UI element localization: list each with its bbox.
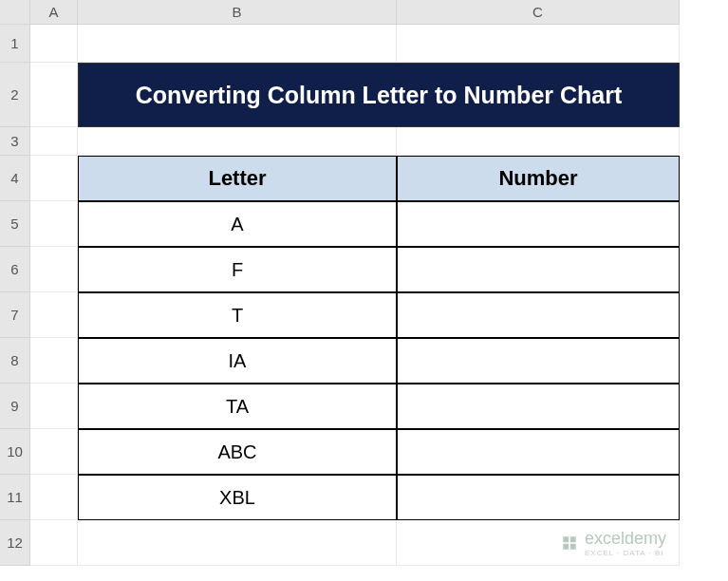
row-header-3[interactable]: 3 <box>0 127 30 156</box>
cell-a6[interactable] <box>30 247 78 292</box>
cell-b3[interactable] <box>78 127 397 156</box>
watermark: exceldemy EXCEL · DATA · BI <box>560 529 666 557</box>
spreadsheet-grid: A B C 1 2 Converting Column Letter to Nu… <box>0 0 728 566</box>
row-header-11[interactable]: 11 <box>0 475 30 520</box>
row-header-12[interactable]: 12 <box>0 520 30 566</box>
cell-a5[interactable] <box>30 201 78 247</box>
cell-a4[interactable] <box>30 156 78 201</box>
row-header-1[interactable]: 1 <box>0 25 30 63</box>
row-header-7[interactable]: 7 <box>0 292 30 338</box>
cell-b12[interactable] <box>78 520 397 566</box>
table-row[interactable] <box>397 247 680 292</box>
table-row[interactable]: XBL <box>78 475 397 520</box>
table-row[interactable]: ABC <box>78 429 397 475</box>
cell-a10[interactable] <box>30 429 78 475</box>
watermark-sub: EXCEL · DATA · BI <box>585 549 666 557</box>
row-header-6[interactable]: 6 <box>0 247 30 292</box>
row-header-9[interactable]: 9 <box>0 384 30 429</box>
cell-b1[interactable] <box>78 25 397 63</box>
table-row[interactable]: IA <box>78 338 397 384</box>
column-header-c[interactable]: C <box>397 0 680 25</box>
table-row[interactable]: A <box>78 201 397 247</box>
table-row[interactable]: TA <box>78 384 397 429</box>
table-row[interactable] <box>397 475 680 520</box>
cell-a8[interactable] <box>30 338 78 384</box>
table-row[interactable] <box>397 292 680 338</box>
watermark-name: exceldemy <box>585 529 666 548</box>
table-row[interactable] <box>397 338 680 384</box>
logo-icon <box>560 534 579 553</box>
row-header-8[interactable]: 8 <box>0 338 30 384</box>
cell-a2[interactable] <box>30 63 78 127</box>
table-row[interactable] <box>397 384 680 429</box>
column-header-a[interactable]: A <box>30 0 78 25</box>
row-header-2[interactable]: 2 <box>0 63 30 127</box>
table-row[interactable]: F <box>78 247 397 292</box>
row-header-10[interactable]: 10 <box>0 429 30 475</box>
cell-c1[interactable] <box>397 25 680 63</box>
row-header-5[interactable]: 5 <box>0 201 30 247</box>
cell-a3[interactable] <box>30 127 78 156</box>
column-header-b[interactable]: B <box>78 0 397 25</box>
table-row[interactable]: T <box>78 292 397 338</box>
cell-a7[interactable] <box>30 292 78 338</box>
select-all-corner[interactable] <box>0 0 30 25</box>
table-header-letter[interactable]: Letter <box>78 156 397 201</box>
cell-a1[interactable] <box>30 25 78 63</box>
cell-a11[interactable] <box>30 475 78 520</box>
table-row[interactable] <box>397 201 680 247</box>
title-cell[interactable]: Converting Column Letter to Number Chart <box>78 63 680 127</box>
cell-a9[interactable] <box>30 384 78 429</box>
row-header-4[interactable]: 4 <box>0 156 30 201</box>
table-row[interactable] <box>397 429 680 475</box>
cell-a12[interactable] <box>30 520 78 566</box>
table-header-number[interactable]: Number <box>397 156 680 201</box>
cell-c3[interactable] <box>397 127 680 156</box>
